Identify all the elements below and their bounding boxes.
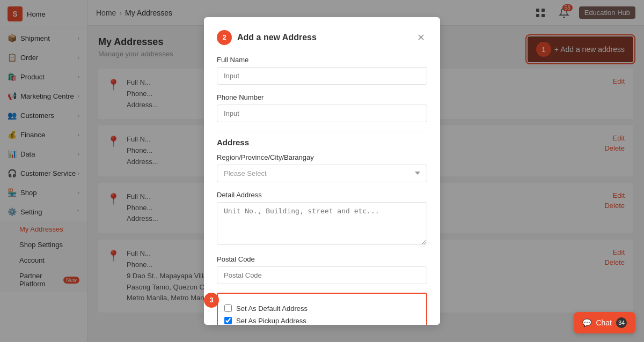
checkbox-group: 3 Set As Default Address Set As Pickup A…	[217, 293, 427, 325]
modal-title: Add a new Address	[237, 33, 317, 42]
full-name-input[interactable]	[217, 67, 427, 85]
modal-overlay: 2 Add a new Address ✕ Full Name Phone Nu…	[0, 0, 644, 342]
full-name-group: Full Name	[217, 56, 427, 85]
add-address-modal: 2 Add a new Address ✕ Full Name Phone Nu…	[204, 17, 440, 325]
postal-code-label: Postal Code	[217, 255, 427, 263]
modal-header: 2 Add a new Address ✕	[217, 30, 427, 45]
postal-code-input[interactable]	[217, 266, 427, 284]
address-section-title: Address	[217, 131, 427, 147]
step-2-circle: 2	[217, 30, 232, 45]
region-label: Region/Province/City/Barangay	[217, 153, 427, 161]
default-address-checkbox[interactable]	[224, 304, 232, 312]
modal-close-button[interactable]: ✕	[414, 31, 427, 44]
chat-icon: 💬	[582, 318, 591, 327]
default-address-label: Set As Default Address	[236, 304, 308, 313]
default-address-checkbox-item[interactable]: Set As Default Address	[224, 304, 420, 313]
pickup-address-label: Set As Pickup Address	[236, 317, 306, 325]
chat-button[interactable]: 💬 Chat 34	[574, 312, 635, 333]
pickup-address-checkbox-item[interactable]: Set As Pickup Address	[224, 317, 420, 325]
detail-address-label: Detail Address	[217, 191, 427, 199]
phone-number-input[interactable]	[217, 105, 427, 122]
phone-number-label: Phone Number	[217, 93, 427, 101]
region-group: Region/Province/City/Barangay Please Sel…	[217, 153, 427, 182]
region-select[interactable]: Please Select	[217, 165, 427, 182]
detail-address-input[interactable]	[217, 202, 427, 245]
chat-label: Chat	[596, 318, 612, 327]
postal-code-group: Postal Code	[217, 255, 427, 284]
detail-address-group: Detail Address	[217, 191, 427, 247]
pickup-address-checkbox[interactable]	[224, 317, 232, 324]
phone-number-group: Phone Number	[217, 93, 427, 122]
chat-count: 34	[616, 317, 627, 328]
step-3-circle: 3	[204, 293, 219, 308]
full-name-label: Full Name	[217, 56, 427, 64]
